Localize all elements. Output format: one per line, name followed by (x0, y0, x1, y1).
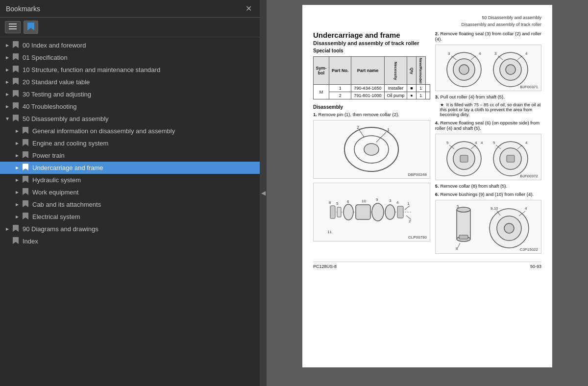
chevron-icon (14, 190, 21, 195)
bookmark-label: General information on disassembly and a… (32, 127, 175, 135)
toolbar-list-button[interactable] (5, 21, 21, 33)
sidebar-item-00[interactable]: 00 Index and foreword (0, 39, 260, 51)
svg-marker-22 (16, 154, 19, 157)
svg-text:2: 2 (409, 219, 411, 223)
svg-text:2: 2 (357, 125, 359, 130)
diagram-bjf00371: 3 4 3 4 (435, 45, 541, 91)
svg-marker-4 (6, 44, 9, 47)
svg-rect-2 (9, 28, 17, 29)
svg-text:5: 5 (457, 204, 459, 209)
svg-marker-8 (6, 69, 9, 72)
bookmark-icon (13, 90, 21, 98)
svg-marker-29 (23, 188, 28, 195)
bookmark-icon (23, 127, 30, 135)
table-row: 2791-801-1000Oil pump●1 (314, 92, 430, 99)
svg-text:5: 5 (336, 201, 339, 206)
chevron-icon (4, 92, 11, 97)
bookmark-label: 00 Index and foreword (23, 42, 86, 49)
svg-marker-13 (13, 90, 19, 97)
col-necessity: Necessity (384, 57, 407, 85)
bookmark-label: 90 Diagrams and drawings (23, 225, 98, 233)
sidebar-item-idx[interactable]: Index (0, 235, 260, 247)
sidebar-item-01[interactable]: 01 Specification (0, 51, 260, 64)
sidebar-item-50-und[interactable]: Undercarriage and frame (0, 162, 260, 174)
special-tools-table: Sym-bol Part No. Part name Necessity Qty… (313, 56, 430, 99)
chevron-icon (4, 80, 11, 85)
bookmark-icon (13, 78, 21, 86)
page-container[interactable]: 50 Disassembly and assembly Disassembly … (267, 0, 588, 386)
diagram-bjf00371-label: BJF00371 (520, 85, 538, 89)
svg-marker-31 (23, 200, 28, 207)
step-3-note: ★ It is filled with 75 – 85 cc of oil, s… (440, 102, 541, 117)
svg-marker-6 (6, 56, 9, 59)
svg-point-39 (364, 144, 379, 155)
diagram-cjp15022: 5 8 9,10 4 (435, 200, 541, 254)
sidebar-collapse-button[interactable]: ◀ (260, 0, 267, 386)
step-1: 1. Remove pin (1), then remove collar (2… (313, 112, 430, 117)
sidebar-item-10[interactable]: 10 Structure, function and maintenance s… (0, 64, 260, 76)
toolbar-bookmark-button[interactable] (24, 21, 38, 34)
bookmark-label: Hydraulic system (32, 176, 81, 184)
svg-text:4: 4 (525, 206, 527, 211)
step-5: 5. Remove collar (8) from shaft (5). (435, 183, 541, 189)
bookmark-label: 30 Testing and adjusting (23, 91, 91, 98)
svg-rect-45 (330, 206, 335, 218)
diagram-clp00790: 8 5 6 10 9 3 4 (313, 183, 430, 241)
diagram-bjf00372: 5 4 4 5 4 (435, 134, 541, 180)
bookmark-icon (23, 213, 30, 221)
svg-text:5: 5 (446, 141, 449, 145)
sidebar-item-50-wor[interactable]: Work equipment (0, 186, 260, 198)
sidebar-item-50-cab[interactable]: Cab and its attachments (0, 198, 260, 211)
bookmark-label: Undercarriage and frame (32, 164, 103, 171)
sidebar: Bookmarks ✕ 00 Index and foreword01 Spec… (0, 0, 260, 386)
svg-text:4: 4 (525, 141, 528, 145)
svg-marker-18 (16, 130, 19, 133)
sidebar-item-50-eng[interactable]: Engine and cooling system (0, 137, 260, 149)
sidebar-close-button[interactable]: ✕ (244, 4, 254, 13)
sidebar-scroll[interactable]: 00 Index and foreword01 Specification10 … (0, 37, 260, 386)
svg-marker-20 (16, 142, 19, 145)
svg-text:4: 4 (396, 200, 399, 205)
svg-text:4: 4 (481, 141, 483, 145)
bookmark-icon (23, 151, 30, 160)
sidebar-item-20[interactable]: 20 Standard value table (0, 76, 260, 88)
svg-marker-30 (16, 203, 19, 206)
svg-marker-11 (13, 78, 19, 85)
svg-marker-36 (13, 237, 19, 244)
sidebar-item-50-gen[interactable]: General information on disassembly and a… (0, 125, 260, 137)
svg-rect-51 (356, 205, 370, 219)
svg-text:9: 9 (376, 197, 378, 202)
bookmark-icon (23, 164, 30, 172)
svg-rect-80 (460, 155, 468, 162)
svg-point-66 (459, 65, 469, 74)
bookmark-icon (13, 115, 21, 123)
sidebar-item-90[interactable]: 90 Diagrams and drawings (0, 223, 260, 235)
sidebar-item-30[interactable]: 30 Testing and adjusting (0, 88, 260, 100)
svg-marker-15 (13, 102, 19, 109)
svg-text:3: 3 (389, 198, 392, 203)
svg-marker-32 (16, 216, 19, 218)
svg-text:4: 4 (479, 51, 481, 56)
sidebar-item-50[interactable]: 50 Disassembly and assembly (0, 113, 260, 125)
svg-marker-35 (13, 225, 19, 232)
svg-point-55 (385, 205, 395, 219)
step-6: 6. Remove bushings (9) and (10) from rol… (435, 192, 541, 197)
svg-rect-93 (457, 210, 470, 239)
chevron-icon (14, 129, 21, 134)
svg-text:1: 1 (407, 201, 410, 206)
sidebar-item-50-pow[interactable]: Power train (0, 149, 260, 162)
chevron-icon (4, 68, 11, 72)
sidebar-item-40[interactable]: 40 Troubleshooting (0, 100, 260, 113)
svg-marker-10 (6, 81, 9, 84)
sidebar-item-50-hyd[interactable]: Hydraulic system (0, 174, 260, 186)
chevron-icon (14, 202, 21, 207)
svg-rect-47 (337, 207, 341, 217)
chevron-icon (14, 178, 21, 183)
svg-text:1: 1 (387, 127, 390, 132)
svg-rect-88 (507, 155, 514, 162)
svg-marker-16 (6, 118, 9, 121)
sidebar-item-50-ele[interactable]: Electrical system (0, 211, 260, 223)
svg-text:8: 8 (456, 246, 458, 251)
svg-marker-19 (23, 127, 28, 134)
col-partno: Part No. (329, 57, 351, 85)
